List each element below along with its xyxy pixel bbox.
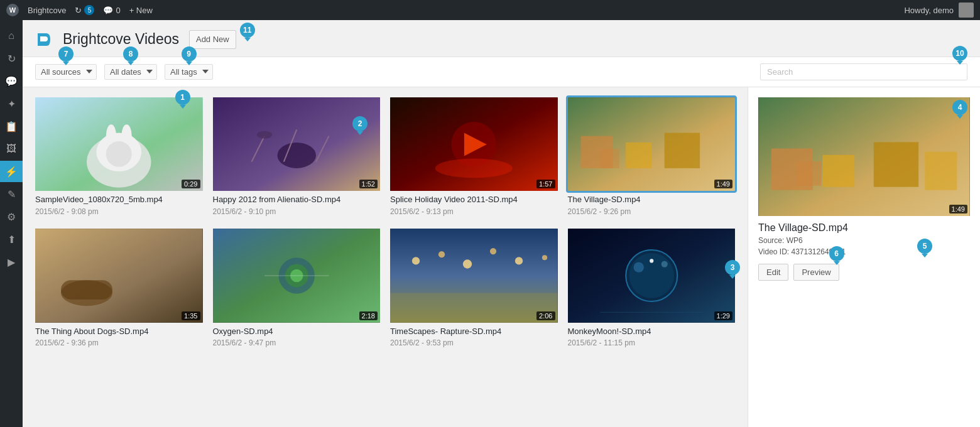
video-date-3: 2015/6/2 - 9:13 pm [390,207,558,216]
video-title-6: Oxygen-SD.mp4 [213,326,381,337]
svg-rect-20 [600,149,619,168]
video-duration-3: 1:57 [536,180,555,188]
svg-point-33 [490,247,496,254]
sidebar-icon-home[interactable]: ⌂ [0,25,23,46]
tooltip-11: 11 [240,23,255,38]
wp-logo-icon[interactable]: W [6,4,19,16]
video-title-7: TimeScapes- Rapture-SD.mp4 [390,326,558,337]
svg-rect-47 [874,142,918,186]
sidebar-icon-tools[interactable]: ⚙ [0,206,23,227]
svg-point-7 [277,142,316,168]
tooltip-3: 3 [725,260,740,275]
search-input[interactable] [760,63,967,80]
page-title: Brightcove Videos [63,31,179,48]
video-thumb-6: 2:18 [213,229,381,323]
video-duration-8: 1:29 [714,311,732,320]
new-item[interactable]: + New [129,6,153,15]
page-header: Brightcove Videos Add New 11 [23,20,980,57]
video-grid: 1 0:29 SampleVideo_1080x720_5mb.mp4 2015… [23,87,748,428]
video-duration-5: 1:35 [182,311,200,320]
video-item-1[interactable]: 1 0:29 SampleVideo_1080x720_5mb.mp4 2015… [35,97,203,216]
main-content: Brightcove Videos Add New 11 7 All sourc… [23,0,980,427]
side-panel-actions: Edit 6 Preview [758,264,970,281]
video-thumb-3: 1:57 [390,97,558,192]
sidebar-icon-edit[interactable]: ✎ [0,183,23,205]
svg-rect-18 [626,142,651,168]
tooltip-1: 1 [175,90,190,105]
side-panel-thumb: 1:49 [758,97,970,217]
svg-point-40 [633,262,643,272]
content-area: 1 0:29 SampleVideo_1080x720_5mb.mp4 2015… [23,87,980,428]
site-name[interactable]: Brightcove [28,6,66,15]
svg-point-34 [515,257,523,264]
svg-rect-19 [664,132,699,168]
svg-rect-46 [822,154,854,186]
video-thumb-8: 1:29 [568,229,736,323]
svg-point-42 [650,259,653,262]
tags-filter[interactable]: All tags [165,64,213,80]
tooltip-7: 7 [58,46,74,62]
video-thumb-7: 2:06 [390,229,558,323]
side-panel-source: Source: WP6 [758,236,970,245]
dates-filter[interactable]: All dates [104,64,157,80]
bc-logo-icon [35,31,53,48]
video-item-4[interactable]: 1:49 The Village-SD.mp4 2015/6/2 - 9:26 … [568,97,736,216]
sidebar-icon-appearance[interactable]: ✦ [0,93,23,114]
video-item-3[interactable]: 1:57 Splice Holiday Video 2011-SD.mp4 20… [390,97,558,216]
video-duration-1: 0:29 [182,180,200,188]
tooltip-4: 4 [952,100,967,115]
video-title-8: MonkeyMoon!-SD.mp4 [568,326,736,337]
video-duration-6: 2:18 [359,311,378,320]
video-item-7[interactable]: 2:06 TimeScapes- Rapture-SD.mp4 2015/6/2… [390,229,558,347]
video-title-2: Happy 2012 from Alienatio-SD.mp4 [213,194,381,205]
filter-bar: 7 All sources 8 All dates 9 All tags 10 [23,57,980,87]
tooltip-2: 2 [352,116,368,131]
svg-point-41 [661,261,667,267]
svg-rect-36 [390,293,558,322]
svg-point-31 [438,251,445,257]
sidebar-icon-brightcove[interactable]: ⚡ [0,161,23,182]
sidebar-icon-upload[interactable]: ⬆ [0,229,23,250]
svg-rect-23 [61,280,112,300]
sources-filter[interactable]: All sources [35,64,97,80]
video-duration-2: 1:52 [359,180,378,188]
video-date-6: 2015/6/2 - 9:47 pm [213,338,381,347]
video-thumb-4: 1:49 [568,97,736,192]
side-panel-title: The Village-SD.mp4 [758,222,970,234]
tooltip-10: 10 [952,46,967,61]
add-new-button[interactable]: Add New [189,30,236,49]
sidebar-icon-play[interactable]: ▶ [0,251,23,273]
sidebar-icon-updates[interactable]: ↻ [0,48,23,69]
video-title-3: Splice Holiday Video 2011-SD.mp4 [390,194,558,205]
svg-point-30 [412,257,420,264]
svg-point-35 [542,255,547,260]
brightcove-logo [35,31,53,48]
video-item-2[interactable]: 2 1:52 Happy 2012 from Alienatio-SD.mp4 … [213,97,381,216]
sidebar-icon-media[interactable]: 🖼 [0,138,23,159]
sidebar-icon-pages[interactable]: 📋 [0,116,23,137]
video-thumb-2: 1:52 [213,97,381,192]
svg-rect-48 [797,161,821,185]
svg-point-11 [256,131,272,138]
updates-item[interactable]: ↻ 5 [75,5,94,15]
video-duration-4: 1:49 [714,180,732,188]
side-panel-videoid: Video ID: 4371312649001 [758,247,970,256]
video-title-5: The Thing About Dogs-SD.mp4 [35,326,203,337]
tooltip-5: 5 [917,239,932,254]
video-item-6[interactable]: 2:18 Oxygen-SD.mp4 2015/6/2 - 9:47 pm [213,229,381,347]
video-date-1: 2015/6/2 - 9:08 pm [35,207,203,216]
svg-rect-49 [925,151,957,190]
video-date-8: 2015/6/2 - 11:15 pm [568,338,736,347]
video-item-5[interactable]: 1:35 The Thing About Dogs-SD.mp4 2015/6/… [35,229,203,347]
svg-point-5 [106,141,132,166]
comments-item[interactable]: 💬 0 [103,6,120,15]
sidebar-icon-comments[interactable]: 💬 [0,70,23,92]
side-panel: 4 1:49 The Village-SD.mp4 Sourc [748,87,980,428]
video-item-8[interactable]: 3 1:29 MonkeyMoon!-SD.mp4 2015 [568,229,736,347]
video-title-4: The Village-SD.mp4 [568,194,736,205]
preview-button[interactable]: Preview [793,264,839,281]
video-date-2: 2015/6/2 - 9:10 pm [213,207,381,216]
video-thumb-1: 0:29 [35,97,203,192]
video-date-4: 2015/6/2 - 9:26 pm [568,207,736,216]
edit-button[interactable]: Edit [758,264,788,281]
